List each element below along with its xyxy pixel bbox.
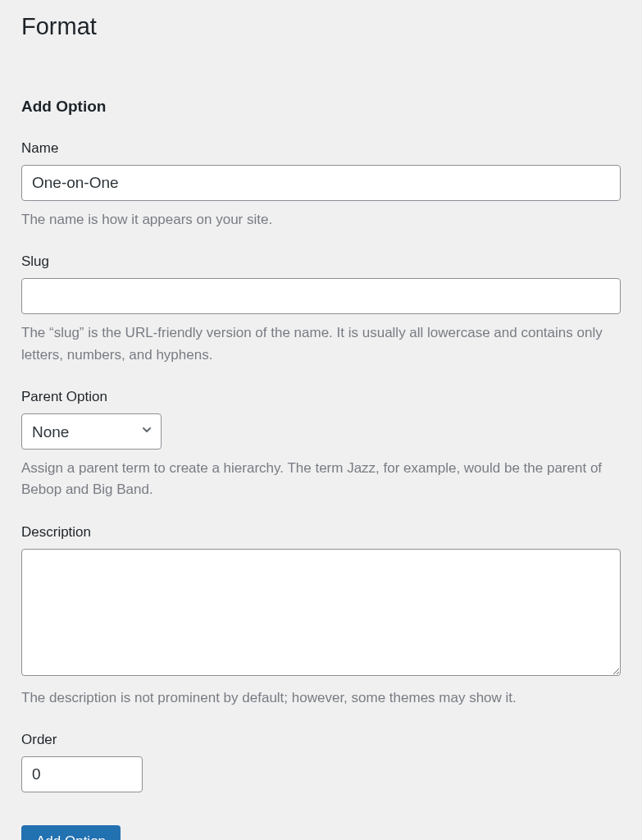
field-name: Name The name is how it appears on your … bbox=[21, 140, 621, 231]
slug-label: Slug bbox=[21, 253, 621, 270]
parent-help: Assign a parent term to create a hierarc… bbox=[21, 458, 621, 501]
field-order: Order bbox=[21, 732, 621, 792]
name-label: Name bbox=[21, 140, 621, 157]
slug-input[interactable] bbox=[21, 278, 621, 314]
field-description: Description The description is not promi… bbox=[21, 524, 621, 709]
parent-select-wrapper: None bbox=[21, 413, 162, 450]
field-slug: Slug The “slug” is the URL-friendly vers… bbox=[21, 253, 621, 366]
description-label: Description bbox=[21, 524, 621, 541]
description-textarea[interactable] bbox=[21, 549, 621, 676]
name-input[interactable] bbox=[21, 165, 621, 201]
name-help: The name is how it appears on your site. bbox=[21, 209, 621, 231]
parent-select[interactable]: None bbox=[21, 413, 162, 450]
parent-label: Parent Option bbox=[21, 389, 621, 405]
add-option-button[interactable]: Add Option bbox=[21, 825, 121, 840]
order-input[interactable] bbox=[21, 756, 143, 792]
order-label: Order bbox=[21, 732, 621, 748]
page-title: Format bbox=[21, 13, 621, 40]
field-parent: Parent Option None Assign a parent term … bbox=[21, 389, 621, 501]
slug-help: The “slug” is the URL-friendly version o… bbox=[21, 322, 621, 366]
form-heading: Add Option bbox=[21, 98, 621, 116]
description-help: The description is not prominent by defa… bbox=[21, 687, 621, 709]
